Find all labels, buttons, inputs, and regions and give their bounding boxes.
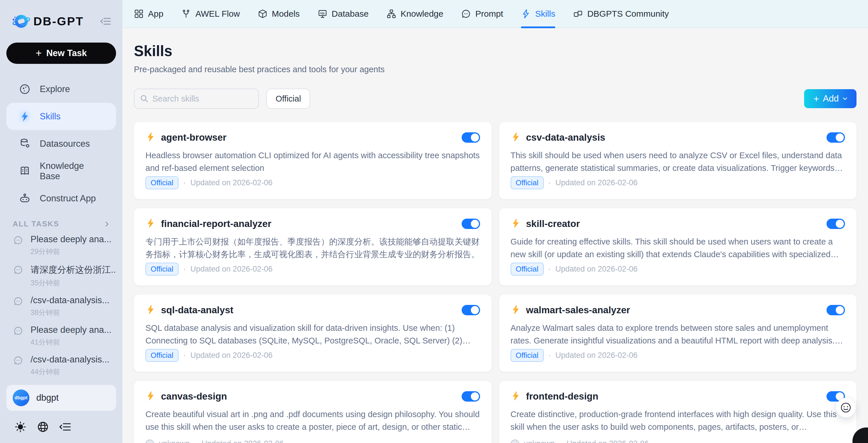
skill-description: Headless browser automation CLI optimize… [146, 149, 480, 174]
tab-label: DBGPTS Community [587, 9, 669, 19]
all-tasks-header: ALL TASKS [13, 219, 110, 229]
bolt-icon [146, 304, 156, 316]
tab-prompt[interactable]: Prompt [461, 0, 503, 28]
skill-card[interactable]: sql-data-analystSQL database analysis an… [134, 295, 492, 372]
user-avatar-icon [510, 440, 519, 443]
flow-branch-icon [181, 9, 191, 19]
skill-description: Create beautiful visual art in .png and … [146, 408, 480, 433]
sql-monitor-icon: SQL [318, 9, 328, 19]
sidebar-collapse-icon[interactable] [100, 15, 112, 27]
sidebar: DB-GPT + New Task Explore Skills Datasou… [0, 0, 122, 443]
chevron-right-icon[interactable] [104, 221, 110, 227]
tab-awel-flow[interactable]: AWEL Flow [181, 0, 240, 28]
skill-toggle[interactable] [462, 132, 480, 143]
tab-knowledge[interactable]: Knowledge [386, 0, 443, 28]
theme-sun-icon[interactable] [14, 420, 27, 434]
feedback-smiley-button[interactable] [836, 398, 856, 417]
tab-label: AWEL Flow [195, 9, 240, 19]
card-footer: Official·Updated on 2026-02-06 [510, 349, 845, 362]
chat-bubble-icon [13, 235, 23, 245]
toggle-knob [836, 134, 844, 141]
task-texts: /csv-data-analysis...38分钟前 [31, 295, 110, 317]
tab-database[interactable]: SQL Database [318, 0, 369, 28]
skill-toggle[interactable] [827, 218, 845, 229]
task-list-item[interactable]: 请深度分析这份浙江...35分钟前 [6, 264, 116, 288]
sidebar-footer-icons [0, 411, 86, 443]
task-list-item[interactable]: Please deeply ana...41分钟前 [6, 325, 116, 347]
book-icon [19, 165, 31, 177]
skill-toggle[interactable] [462, 391, 480, 402]
tab-models[interactable]: Models [258, 0, 300, 28]
bolt-icon [146, 132, 156, 143]
user-avatar-icon [146, 440, 154, 443]
dot-separator: · [548, 351, 551, 360]
skill-card[interactable]: csv-data-analysisThis skill should be us… [499, 122, 857, 199]
sidebar-item-construct-app[interactable]: Construct App [6, 185, 116, 212]
dot-separator: · [548, 265, 551, 274]
official-badge: Official [146, 176, 179, 189]
card-footer: Official·Updated on 2026-02-06 [510, 263, 845, 276]
updated-text: Updated on 2026-02-06 [556, 265, 638, 274]
updated-text: Updated on 2026-02-06 [190, 351, 273, 360]
task-time: 44分钟前 [31, 367, 110, 375]
skill-card[interactable]: agent-browserHeadless browser automation… [134, 122, 492, 199]
toggle-knob [836, 220, 844, 228]
tab-dbgpts-community[interactable]: DBGPTS Community [573, 0, 669, 28]
sidebar-item-datasources[interactable]: Datasources [6, 130, 116, 157]
skill-card[interactable]: frontend-designCreate distinctive, produ… [499, 381, 857, 443]
toggle-knob [471, 306, 479, 314]
chat-bubble-icon [13, 326, 23, 336]
user-card[interactable]: dbgpt dbgpt [6, 385, 116, 411]
skill-toggle[interactable] [462, 218, 480, 229]
app-grid-icon [134, 9, 144, 19]
dot-separator: · [183, 178, 186, 187]
search-box[interactable] [134, 89, 259, 109]
tab-label: Knowledge [401, 9, 443, 19]
author-name: unknown [524, 439, 555, 443]
tab-skills[interactable]: Skills [521, 0, 555, 28]
skill-description: This skill should be used when users nee… [510, 149, 845, 174]
official-badge: Official [510, 176, 544, 189]
skill-card[interactable]: financial-report-analyzer专门用于上市公司财报（如年度报… [134, 208, 492, 285]
skill-toggle[interactable] [462, 305, 480, 315]
search-input[interactable] [152, 94, 250, 104]
task-list-item[interactable]: /csv-data-analysis...38分钟前 [6, 295, 116, 317]
skill-toggle[interactable] [827, 132, 845, 143]
official-badge: Official [146, 349, 179, 362]
svg-text:SQL: SQL [320, 12, 325, 15]
skill-card[interactable]: skill-creatorGuide for creating effectiv… [499, 208, 857, 285]
tab-label: Database [332, 9, 369, 19]
sidebar-item-knowledge-base[interactable]: Knowledge Base [6, 157, 116, 185]
official-filter-button[interactable]: Official [267, 89, 310, 109]
sidebar-item-explore[interactable]: Explore [6, 75, 116, 103]
add-button[interactable]: + Add [804, 89, 857, 108]
toggle-knob [836, 306, 844, 314]
updated-text: Updated on 2026-02-06 [556, 351, 638, 360]
bolt-icon [510, 304, 521, 316]
skill-description: SQL database analysis and visualization … [146, 321, 480, 347]
task-texts: 请深度分析这份浙江...35分钟前 [31, 264, 116, 288]
chat-bubble-icon [461, 9, 471, 19]
sidebar-nav: Explore Skills Datasources Knowledge Bas… [0, 75, 122, 212]
sidebar-item-label: Explore [40, 84, 70, 94]
task-time: 41分钟前 [31, 337, 112, 347]
language-globe-icon[interactable] [36, 420, 50, 434]
sidebar-item-skills[interactable]: Skills [6, 103, 116, 130]
skills-grid: agent-browserHeadless browser automation… [134, 122, 857, 443]
logo-wordmark: DB-GPT [33, 15, 84, 28]
add-label: Add [823, 94, 839, 104]
collapse-sidebar-icon[interactable] [59, 420, 72, 434]
new-task-button[interactable]: + New Task [6, 42, 116, 64]
bolt-icon [510, 132, 521, 143]
skill-card[interactable]: walmart-sales-analyzerAnalyze Walmart sa… [499, 295, 857, 372]
card-footer: unknown·Updated on 2026-02-06 [510, 439, 845, 443]
bolt-icon [146, 390, 156, 402]
page-title: Skills [134, 42, 857, 60]
tab-app[interactable]: App [134, 0, 163, 28]
skill-toggle[interactable] [827, 305, 845, 315]
task-list-item[interactable]: Please deeply ana...29分钟前 [6, 234, 116, 256]
smiley-icon [840, 402, 852, 414]
tab-label: Skills [535, 9, 555, 19]
skill-card[interactable]: canvas-designCreate beautiful visual art… [134, 381, 492, 443]
task-list-item[interactable]: /csv-data-analysis...44分钟前 [6, 354, 116, 375]
